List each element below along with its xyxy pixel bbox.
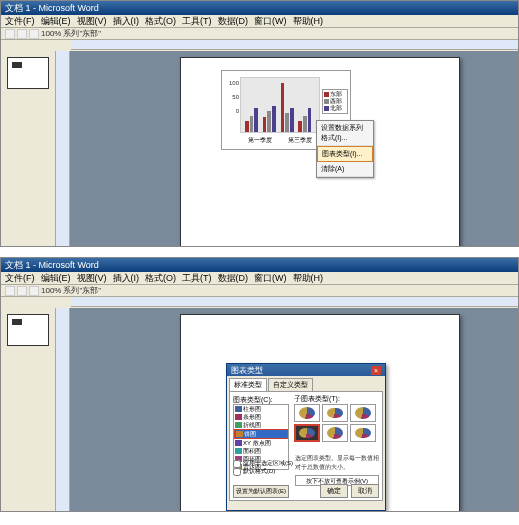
zoom-field[interactable]: 100% — [41, 29, 61, 38]
type-label-4: XY 散点图 — [243, 439, 271, 447]
bar-东部-第一季度[interactable] — [245, 121, 249, 132]
series-field-2[interactable]: 系列"东部" — [63, 285, 101, 296]
bar-北部-第三季度[interactable] — [290, 108, 294, 132]
bar-西部-第三季度[interactable] — [285, 113, 289, 132]
title-bar-2: 文档 1 - Microsoft Word — [1, 258, 518, 272]
subtype-pie-exploded[interactable] — [294, 424, 320, 442]
type-icon-1 — [235, 414, 242, 420]
tb-open-icon[interactable] — [17, 29, 27, 39]
bar-西部-第二季度[interactable] — [267, 111, 271, 132]
tab-standard[interactable]: 标准类型 — [229, 378, 267, 391]
app-title-2: 文档 1 - Microsoft Word — [5, 259, 99, 272]
type-icon-4 — [235, 440, 242, 446]
menu2-file[interactable]: 文件(F) — [5, 272, 35, 284]
workarea-2: 图表类型 × 标准类型 自定义类型 图表类型(C): 柱形图条形图折线图饼图XY… — [1, 308, 518, 511]
cancel-button[interactable]: 取消 — [351, 484, 379, 498]
chart-bars[interactable] — [245, 78, 315, 132]
bar-东部-第三季度[interactable] — [281, 83, 285, 132]
menu2-edit[interactable]: 编辑(E) — [41, 272, 71, 284]
subtype-pie-3d[interactable] — [322, 404, 348, 422]
chart-x-labels: 第一季度 第三季度 — [240, 136, 320, 145]
dialog-footer: 确定 取消 — [230, 484, 382, 498]
menu-bar: 文件(F) 编辑(E) 视图(V) 插入(I) 格式(O) 工具(T) 数据(D… — [1, 15, 518, 28]
pie-icon — [355, 428, 371, 438]
bar-西部-第一季度[interactable] — [250, 116, 254, 132]
tb-save-icon[interactable] — [29, 29, 39, 39]
type-label-3: 饼图 — [244, 430, 256, 438]
menu-edit[interactable]: 编辑(E) — [41, 15, 71, 27]
menu-tools[interactable]: 工具(T) — [182, 15, 212, 27]
menu2-data[interactable]: 数据(D) — [218, 272, 249, 284]
type-icon-3 — [236, 431, 243, 437]
menu-insert[interactable]: 插入(I) — [113, 15, 140, 27]
document-area[interactable]: 100 50 0 第一季度 第三季度 东部 西部 北部 — [70, 51, 518, 246]
type-label-0: 柱形图 — [243, 405, 261, 413]
subtype-description: 选定图表类型。显示每一数值相对于总数值的大小。 — [295, 454, 379, 472]
page-thumbnail-2[interactable] — [7, 314, 49, 346]
default-checkbox[interactable] — [233, 468, 241, 476]
menu2-format[interactable]: 格式(O) — [145, 272, 176, 284]
menu2-window[interactable]: 窗口(W) — [254, 272, 287, 284]
chart-legend[interactable]: 东部 西部 北部 — [322, 89, 348, 114]
menu2-tools[interactable]: 工具(T) — [182, 272, 212, 284]
type-icon-2 — [235, 422, 242, 428]
type-item-5[interactable]: 面积图 — [234, 447, 288, 455]
bar-西部-第四季度[interactable] — [303, 116, 307, 132]
ok-button[interactable]: 确定 — [320, 484, 348, 498]
chart-plot-area[interactable]: 100 50 0 — [240, 77, 320, 133]
menu-format[interactable]: 格式(O) — [145, 15, 176, 27]
menu2-view[interactable]: 视图(V) — [77, 272, 107, 284]
type-item-4[interactable]: XY 散点图 — [234, 439, 288, 447]
subtype-pie-2d[interactable] — [294, 404, 320, 422]
bar-北部-第四季度[interactable] — [308, 108, 312, 132]
tab-custom[interactable]: 自定义类型 — [268, 378, 313, 391]
pie-icon — [355, 407, 371, 419]
chart-type-dialog: 图表类型 × 标准类型 自定义类型 图表类型(C): 柱形图条形图折线图饼图XY… — [226, 363, 386, 511]
pie-icon — [299, 428, 315, 438]
workarea: 100 50 0 第一季度 第三季度 东部 西部 北部 — [1, 51, 518, 246]
dialog-title: 图表类型 — [231, 365, 263, 376]
menu-view[interactable]: 视图(V) — [77, 15, 107, 27]
bar-东部-第四季度[interactable] — [298, 121, 302, 132]
page-2: 图表类型 × 标准类型 自定义类型 图表类型(C): 柱形图条形图折线图饼图XY… — [180, 314, 460, 511]
tb2-save-icon[interactable] — [29, 286, 39, 296]
menu-window[interactable]: 窗口(W) — [254, 15, 287, 27]
type-item-3[interactable]: 饼图 — [234, 429, 288, 439]
bar-北部-第二季度[interactable] — [272, 106, 276, 132]
type-item-0[interactable]: 柱形图 — [234, 405, 288, 413]
document-area-2[interactable]: 图表类型 × 标准类型 自定义类型 图表类型(C): 柱形图条形图折线图饼图XY… — [70, 308, 518, 511]
tb2-open-icon[interactable] — [17, 286, 27, 296]
type-item-2[interactable]: 折线图 — [234, 421, 288, 429]
bar-北部-第一季度[interactable] — [254, 108, 258, 132]
toolbar-std: 100% 系列"东部" — [1, 28, 518, 40]
thumbnail-pane — [1, 51, 56, 246]
subtype-bar-of-pie[interactable] — [350, 424, 376, 442]
pie-icon — [327, 427, 343, 439]
type-item-1[interactable]: 条形图 — [234, 413, 288, 421]
ctx-format-series[interactable]: 设置数据系列格式(I)... — [317, 121, 373, 146]
tb-new-icon[interactable] — [5, 29, 15, 39]
subtype-pie-3d-exploded[interactable] — [322, 424, 348, 442]
menu-file[interactable]: 文件(F) — [5, 15, 35, 27]
menu-data[interactable]: 数据(D) — [218, 15, 249, 27]
menu2-insert[interactable]: 插入(I) — [113, 272, 140, 284]
bar-东部-第二季度[interactable] — [263, 117, 267, 132]
menu-bar-2: 文件(F) 编辑(E) 视图(V) 插入(I) 格式(O) 工具(T) 数据(D… — [1, 272, 518, 285]
ctx-chart-type[interactable]: 图表类型(I)... — [317, 146, 373, 162]
zoom-field-2[interactable]: 100% — [41, 286, 61, 295]
page-thumbnail-1[interactable] — [7, 57, 49, 89]
menu2-help[interactable]: 帮助(H) — [293, 272, 324, 284]
thumbnail-pane-2 — [1, 308, 56, 511]
tb2-new-icon[interactable] — [5, 286, 15, 296]
word-window-2: 文档 1 - Microsoft Word 文件(F) 编辑(E) 视图(V) … — [0, 257, 519, 512]
dialog-close-icon[interactable]: × — [371, 366, 381, 375]
series-field[interactable]: 系列"东部" — [63, 28, 101, 39]
subtype-pie-of-pie[interactable] — [350, 404, 376, 422]
chart-y-axis: 100 50 0 — [227, 76, 239, 118]
pie-icon — [327, 408, 343, 418]
ruler-horizontal-2 — [71, 297, 518, 307]
toolbar-std-2: 100% 系列"东部" — [1, 285, 518, 297]
ctx-clear[interactable]: 清除(A) — [317, 162, 373, 177]
subtype-grid — [294, 404, 380, 442]
menu-help[interactable]: 帮助(H) — [293, 15, 324, 27]
